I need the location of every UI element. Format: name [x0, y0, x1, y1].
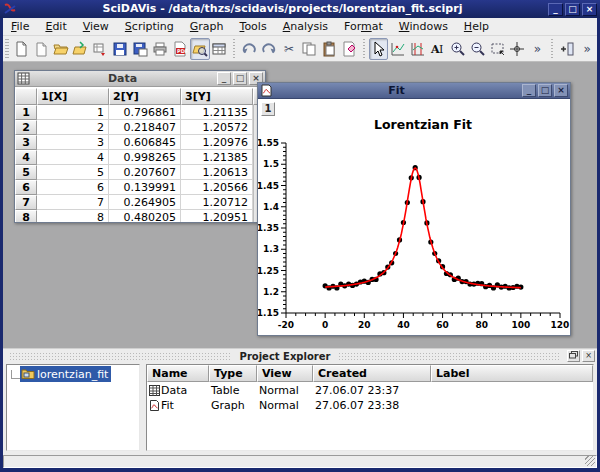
- menu-edit[interactable]: Edit: [37, 18, 74, 35]
- maximize-icon[interactable]: □: [565, 3, 580, 16]
- new-project-button[interactable]: [11, 38, 31, 60]
- explorer-cell[interactable]: Normal: [257, 382, 313, 397]
- table-cell[interactable]: 1.20976: [181, 135, 253, 150]
- zoom-out-button[interactable]: [468, 38, 488, 60]
- table-cell[interactable]: 0.998265: [109, 150, 181, 165]
- menu-scripting[interactable]: Scripting: [117, 18, 182, 35]
- table-cell[interactable]: 1.20572: [181, 120, 253, 135]
- table-cell[interactable]: 1.20712: [181, 195, 253, 210]
- minimize-icon[interactable]: _: [522, 84, 536, 97]
- explorer-cell[interactable]: 27.06.07 23:38: [313, 397, 431, 412]
- erase-selection-button[interactable]: [339, 38, 359, 60]
- explorer-cell[interactable]: Normal: [257, 397, 313, 412]
- row-header[interactable]: 2: [15, 120, 37, 135]
- data-table-window[interactable]: Data _ □ × 1[X]2[Y]3[Y]110.7968611.21135…: [14, 70, 266, 223]
- fit-window-titlebar[interactable]: Fit _ □ ×: [258, 83, 570, 99]
- table-cell[interactable]: 1.21135: [181, 105, 253, 120]
- more-buttons-button[interactable]: »: [527, 38, 547, 60]
- row-header[interactable]: 1: [15, 105, 37, 120]
- table-cell[interactable]: 4: [37, 150, 109, 165]
- explorer-cell[interactable]: Fit: [147, 397, 209, 412]
- table-cell[interactable]: 0.606845: [109, 135, 181, 150]
- column-header[interactable]: 3[Y]: [181, 88, 253, 105]
- row-header[interactable]: 5: [15, 165, 37, 180]
- explorer-row-data[interactable]: DataTableNormal27.06.07 23:37: [147, 382, 593, 397]
- cut-button[interactable]: ✂: [279, 38, 299, 60]
- menu-analysis[interactable]: Analysis: [275, 18, 336, 35]
- project-items-table[interactable]: NameTypeViewCreatedLabelDataTableNormal2…: [146, 364, 594, 451]
- close-icon[interactable]: ×: [554, 84, 568, 97]
- menu-windows[interactable]: Windows: [391, 18, 456, 35]
- table-cell[interactable]: 0.480205: [109, 210, 181, 222]
- table-cell[interactable]: 5: [37, 165, 109, 180]
- explorer-row-fit[interactable]: FitGraphNormal27.06.07 23:38: [147, 397, 593, 412]
- fit-graph-window[interactable]: Fit _ □ × 1 -200204060801001201.151.21.2…: [257, 82, 571, 336]
- minimize-icon[interactable]: _: [217, 72, 231, 85]
- project-tree[interactable]: lorentzian_fit: [6, 364, 140, 451]
- row-header[interactable]: 6: [15, 180, 37, 195]
- table-cell[interactable]: 1: [37, 105, 109, 120]
- menu-help[interactable]: Help: [456, 18, 497, 35]
- explorer-column-header[interactable]: Type: [209, 365, 257, 382]
- close-dock-icon[interactable]: ×: [582, 350, 595, 362]
- menu-format[interactable]: Format: [336, 18, 391, 35]
- fit-chart[interactable]: -200204060801001201.151.21.251.31.351.41…: [258, 99, 570, 335]
- table-cell[interactable]: 7: [37, 195, 109, 210]
- menu-tools[interactable]: Tools: [232, 18, 275, 35]
- data-window-titlebar[interactable]: Data _ □ ×: [15, 71, 265, 87]
- pointer-button[interactable]: [369, 38, 389, 60]
- explorer-cell[interactable]: [431, 397, 593, 412]
- table-cell[interactable]: 8: [37, 210, 109, 222]
- tree-selected-item[interactable]: lorentzian_fit: [20, 366, 111, 382]
- table-cell[interactable]: 1.20951: [181, 210, 253, 222]
- menu-graph[interactable]: Graph: [182, 18, 232, 35]
- new-folder-button[interactable]: [31, 38, 51, 60]
- dock-titlebar[interactable]: Project Explorer ×: [3, 349, 597, 363]
- menu-view[interactable]: View: [75, 18, 117, 35]
- explorer-cell[interactable]: [431, 382, 593, 397]
- column-header[interactable]: 2[Y]: [109, 88, 181, 105]
- table-cell[interactable]: 0.218407: [109, 120, 181, 135]
- add-text-button[interactable]: AI: [428, 38, 448, 60]
- select-data-range-button[interactable]: [408, 38, 428, 60]
- open-template-button[interactable]: [71, 38, 91, 60]
- maximize-icon[interactable]: □: [538, 84, 552, 97]
- screen-reader-button[interactable]: [508, 38, 528, 60]
- results-log-button[interactable]: [210, 38, 230, 60]
- rescale-all-button[interactable]: [488, 38, 508, 60]
- table-cell[interactable]: 2: [37, 120, 109, 135]
- minimize-icon[interactable]: _: [548, 3, 563, 16]
- table-cell[interactable]: 0.207607: [109, 165, 181, 180]
- window-titlebar[interactable]: SciDAVis - /data/thzs/scidavis/projects/…: [0, 0, 600, 18]
- menu-file[interactable]: File: [3, 18, 37, 35]
- close-icon[interactable]: ×: [582, 3, 597, 16]
- explorer-column-header[interactable]: Created: [313, 365, 431, 382]
- toolbar-handle[interactable]: [5, 39, 9, 59]
- import-ascii-button[interactable]: [90, 38, 110, 60]
- layer-1-button[interactable]: 1: [261, 102, 275, 116]
- tree-item-root[interactable]: lorentzian_fit: [7, 366, 139, 382]
- explorer-cell[interactable]: Data: [147, 382, 209, 397]
- explorer-cell[interactable]: Table: [209, 382, 257, 397]
- maximize-icon[interactable]: □: [233, 72, 247, 85]
- data-reader-button[interactable]: [388, 38, 408, 60]
- resize-grip[interactable]: [585, 456, 595, 466]
- column-header[interactable]: 1[X]: [37, 88, 109, 105]
- add-column-button[interactable]: [557, 38, 577, 60]
- table-corner[interactable]: [15, 88, 37, 105]
- paste-button[interactable]: [319, 38, 339, 60]
- explorer-column-header[interactable]: Label: [431, 365, 593, 382]
- open-project-button[interactable]: [51, 38, 71, 60]
- table-cell[interactable]: 1.20613: [181, 165, 253, 180]
- project-explorer-button[interactable]: [190, 38, 210, 60]
- explorer-column-header[interactable]: Name: [147, 365, 209, 382]
- table-cell[interactable]: 0.264905: [109, 195, 181, 210]
- zoom-in-button[interactable]: [448, 38, 468, 60]
- table-cell[interactable]: 1.20566: [181, 180, 253, 195]
- table-cell[interactable]: 0.796861: [109, 105, 181, 120]
- table-cell[interactable]: 6: [37, 180, 109, 195]
- row-header[interactable]: 7: [15, 195, 37, 210]
- row-header[interactable]: 3: [15, 135, 37, 150]
- explorer-column-header[interactable]: View: [257, 365, 313, 382]
- copy-button[interactable]: [299, 38, 319, 60]
